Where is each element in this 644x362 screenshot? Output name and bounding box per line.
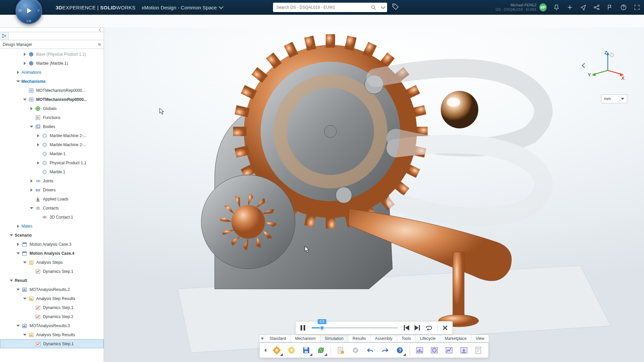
tree-row[interactable]: Dynamics Step.1 [0,267,104,276]
time-slider[interactable]: 0.9 [312,327,398,328]
tree-row[interactable]: Analysis Step Results [0,330,104,339]
add-button[interactable] [566,4,574,11]
tree-row[interactable]: Drivers [0,185,104,194]
expand-toggle[interactable] [16,224,20,228]
tree-row[interactable]: Joints [0,176,104,185]
expand-toggle[interactable] [16,79,20,83]
search-input[interactable] [273,5,368,10]
tree-row[interactable]: Globals [0,104,104,113]
tab-standard[interactable]: Standard [265,335,291,342]
expand-toggle[interactable] [30,125,34,129]
apps-button[interactable] [606,4,614,11]
save-button[interactable] [300,344,313,356]
notifications-button[interactable] [553,4,560,11]
panel-tab-tree[interactable] [0,32,9,40]
tree-row[interactable]: Applied Loads [0,194,104,203]
tab-results[interactable]: Results [348,335,371,342]
tree-row[interactable]: Marble (Marble.1) [0,59,104,68]
pause-button[interactable] [300,325,306,331]
tree-row[interactable]: 3D Contact.1 [0,213,104,222]
result-export-button[interactable] [458,344,470,356]
search-scope-dropdown[interactable] [378,6,387,8]
tree-row[interactable]: MOTMechanismRep0000... [0,95,104,104]
mechanism-gear-button[interactable] [285,344,298,356]
collaborate-button[interactable] [593,4,600,11]
viewport-3d[interactable]: Z X Y mm [104,27,644,362]
settings-button[interactable] [349,344,362,356]
tree-row[interactable]: Dynamics Step.1 [0,339,104,348]
tab-tools[interactable]: Tools [397,335,416,342]
tree-row[interactable]: MOTAnalysisResults.3 [0,321,104,330]
tab-lifecycle[interactable]: Lifecycle [416,335,440,342]
tabs-collapse-button[interactable] [259,335,265,342]
unit-selector[interactable]: mm [601,95,627,103]
edit-props-button[interactable] [334,344,347,356]
panel-collapse-strip[interactable] [0,27,104,32]
expand-toggle[interactable] [16,324,20,328]
expand-toggle[interactable] [30,107,34,111]
result-frame-button[interactable] [428,344,441,356]
expand-toggle[interactable] [23,52,27,56]
tab-view[interactable]: View [471,335,489,342]
result-plot-button[interactable] [443,344,455,356]
expand-toggle[interactable] [23,98,27,102]
mechanism-settings-button[interactable] [270,344,283,356]
share-button[interactable] [580,4,587,11]
avatar-button[interactable]: MP [539,4,547,11]
tree-row[interactable]: Analysis Steps [0,258,104,267]
expand-toggle[interactable] [23,333,27,337]
result-notes-button[interactable] [472,344,485,356]
loop-button[interactable] [425,325,433,330]
refresh-button[interactable] [315,344,327,356]
expand-toggle[interactable] [16,70,20,74]
tree-row[interactable]: Bodies [0,122,104,131]
undo-button[interactable] [364,344,377,356]
step-forward-button[interactable] [415,325,421,330]
close-playback-button[interactable] [442,325,448,330]
tree-row[interactable]: Dynamics Step.2 [0,312,104,321]
tree-row[interactable]: Base (Physical Product 1.1) [0,50,104,59]
tree-row[interactable]: Marble-Machine 2-... [0,140,104,149]
panel-menu-button[interactable]: ≡ [98,42,101,48]
tree-row[interactable]: Mechanisms [0,77,104,86]
expand-toggle[interactable] [23,297,27,301]
tree-row[interactable]: MOTMechanismRep0000... [0,86,104,95]
tree-row[interactable]: Physical Product 1.1 [0,158,104,167]
tree-row[interactable]: MOTAnalysisResults.2 [0,285,104,294]
tree-row[interactable]: Contacts [0,203,104,213]
tree-row[interactable]: Marble.1 [0,167,104,176]
tab-mechanism[interactable]: Mechanism [291,335,320,342]
tree-row[interactable]: Marble-1 [0,149,104,158]
expand-toggle[interactable] [16,288,20,292]
help-button[interactable]: ? [393,344,406,356]
expand-toggle[interactable] [36,143,40,147]
tree-row[interactable]: Marble-Machine 2-... [0,131,104,140]
tab-marketplace[interactable]: Marketplace [440,335,471,342]
expand-toggle[interactable] [23,260,27,264]
expand-toggle[interactable] [30,179,34,183]
help-button[interactable] [620,4,627,11]
workspace-dropdown[interactable]: xMotion Design - Common Space [142,5,223,10]
design-tree[interactable]: Base (Physical Product 1.1)Marble (Marbl… [0,49,104,362]
view-triad[interactable]: Z X Y [584,50,625,87]
expand-toggle[interactable] [9,279,13,283]
expand-toggle[interactable] [36,134,40,138]
expand-toggle[interactable] [30,188,34,192]
tree-row[interactable]: Animations [0,68,104,77]
slider-thumb[interactable] [320,325,324,330]
expand-toggle[interactable] [9,233,13,237]
result-case-button[interactable] [413,344,426,356]
tree-row[interactable]: Motion Analysis Case.4 [0,249,104,258]
tab-assembly[interactable]: Assembly [371,335,397,342]
tree-row[interactable]: fxFunctions [0,113,104,122]
fullscreen-button[interactable] [633,4,641,11]
toolbar-collapse-button[interactable] [263,344,268,356]
expand-toggle[interactable] [16,251,20,255]
redo-button[interactable] [379,344,391,356]
tree-row[interactable]: Analysis Step Results [0,294,104,303]
tree-row[interactable]: Dynamics Step.1 [0,303,104,312]
search-button[interactable] [368,5,378,10]
expand-toggle[interactable] [36,161,40,165]
expand-toggle[interactable] [23,61,27,65]
tree-row[interactable]: Motion Analysis Case.3 [0,240,104,249]
